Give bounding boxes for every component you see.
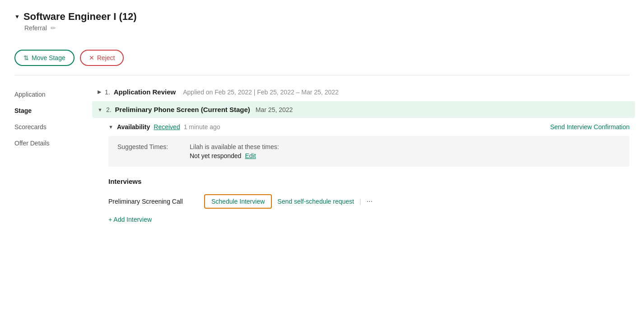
sidebar-item-offer-details[interactable]: Offer Details [14,135,87,151]
stage-2-chevron-icon[interactable]: ▼ [98,107,103,112]
availability-label: Availability [117,123,150,131]
suggested-content: Lilah is available at these times: Not y… [190,143,621,159]
reject-button[interactable]: ✕ Reject [80,50,124,66]
collapse-chevron-icon[interactable]: ▼ [14,14,20,20]
subtitle-row: Referral ✏ [24,24,630,32]
reject-label: Reject [97,54,115,61]
add-interview-link[interactable]: + Add Interview [108,216,152,223]
availability-header: ▼ Availability Received 1 minute ago Sen… [108,123,630,131]
availability-section: ▼ Availability Received 1 minute ago Sen… [108,123,630,223]
not-responded-row: Not yet responded Edit [190,152,621,159]
content-area: ▶ 1. Application Review Applied on Feb 2… [87,84,630,229]
stage-1-chevron-icon[interactable]: ▶ [98,89,101,95]
edit-availability-link[interactable]: Edit [245,152,256,159]
interview-name: Preliminary Screening Call [108,198,199,205]
stage-2-date: Mar 25, 2022 [256,106,293,113]
stage-2-number: 2. [106,106,112,113]
reject-icon: ✕ [89,54,94,61]
send-interview-confirmation-link[interactable]: Send Interview Confirmation [550,123,630,131]
more-options-icon[interactable]: ··· [367,197,373,206]
move-stage-label: Move Stage [32,54,65,61]
availability-received-link[interactable]: Received [154,123,180,131]
stage-1-number: 1. [105,89,110,96]
stage-1-name: Application Review [114,88,176,96]
suggested-times-label: Suggested Times: [117,143,172,159]
stage-1-date: Applied on Feb 25, 2022 | Feb 25, 2022 –… [183,89,339,96]
not-responded-text: Not yet responded [190,152,241,159]
action-buttons: ⇅ Move Stage ✕ Reject [14,50,630,66]
stage-1-row: ▶ 1. Application Review Applied on Feb 2… [98,84,630,99]
interviews-title: Interviews [108,178,630,185]
sidebar-nav: Application Stage Scorecards Offer Detai… [14,84,87,229]
schedule-interview-button[interactable]: Schedule Interview [204,194,272,209]
suggested-times-box: Suggested Times: Lilah is available at t… [108,136,630,167]
send-self-schedule-link[interactable]: Send self-schedule request [277,198,354,205]
stage-2-name: Preliminary Phone Screen (Current Stage) [115,106,250,113]
sidebar-item-application[interactable]: Application [14,86,87,103]
stage-2-row: ▼ 2. Preliminary Phone Screen (Current S… [92,101,635,118]
availability-time: 1 minute ago [184,123,220,131]
pipe-separator: | [359,198,361,205]
move-stage-button[interactable]: ⇅ Move Stage [14,50,75,66]
page-title: Software Engineer I (12) [23,11,137,23]
divider [14,75,630,75]
sidebar-item-scorecards[interactable]: Scorecards [14,119,87,135]
interviews-section: Interviews Preliminary Screening Call Sc… [108,178,630,223]
title-row: ▼ Software Engineer I (12) [14,11,630,23]
move-stage-icon: ⇅ [23,54,29,61]
header-section: ▼ Software Engineer I (12) Referral ✏ [14,11,630,32]
edit-icon[interactable]: ✏ [51,24,56,32]
candidate-availability-text: Lilah is available at these times: [190,143,621,150]
sidebar-item-stage[interactable]: Stage [14,103,87,119]
subtitle-text: Referral [24,24,47,32]
availability-chevron-icon[interactable]: ▼ [108,124,113,130]
main-layout: Application Stage Scorecards Offer Detai… [14,84,630,229]
interview-row: Preliminary Screening Call Schedule Inte… [108,191,630,212]
